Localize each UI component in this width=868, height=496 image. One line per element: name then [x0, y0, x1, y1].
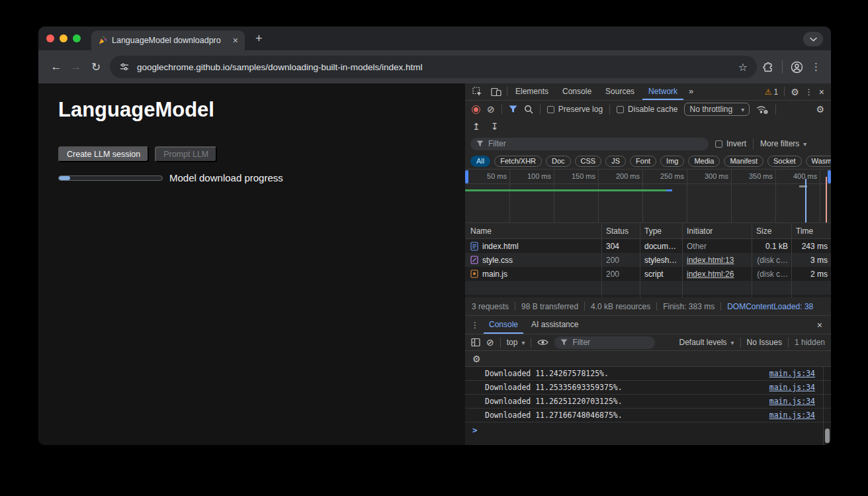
chip-css[interactable]: CSS	[575, 156, 602, 167]
disable-cache-label: Disable cache	[628, 105, 677, 114]
close-window-button[interactable]	[46, 34, 54, 42]
chip-doc[interactable]: Doc	[546, 156, 571, 167]
col-size[interactable]: Size	[752, 226, 791, 236]
console-context-select[interactable]: top ▾	[507, 338, 525, 347]
console-filter-input[interactable]	[572, 338, 649, 347]
devtools-panel: Elements Console Sources Network » ⚠ 1 ⚙…	[465, 83, 831, 445]
throttling-select[interactable]: No throttling ▾	[684, 103, 750, 116]
timeline-left-handle[interactable]	[465, 170, 468, 183]
profile-avatar-icon[interactable]	[791, 61, 803, 74]
chip-fetch-xhr[interactable]: Fetch/XHR	[494, 156, 542, 167]
col-type[interactable]: Type	[640, 226, 682, 236]
url-text[interactable]: googlechrome.github.io/samples/downloadi…	[137, 62, 731, 72]
chevron-down-icon: ▾	[521, 339, 525, 346]
table-row[interactable]: style.css 200 stylesh… index.html:13 (di…	[465, 253, 831, 267]
url-bar[interactable]: googlechrome.github.io/samples/downloadi…	[110, 56, 757, 78]
source-link[interactable]: main.js:34	[769, 411, 815, 420]
chrome-actions: ⋮	[762, 60, 823, 74]
drawer-menu-icon[interactable]: ⋮	[471, 321, 481, 330]
drawer-tab-ai-assistance[interactable]: AI assistance	[526, 316, 584, 334]
source-link[interactable]: main.js:34	[769, 369, 815, 378]
back-button[interactable]: ←	[46, 60, 66, 74]
clear-network-log-icon[interactable]: ⊘	[487, 104, 495, 115]
table-row[interactable]: index.html 304 docum… Other 0.1 kB 243 m…	[465, 239, 831, 253]
table-row[interactable]: main.js 200 script index.html:26 (disk c…	[465, 267, 831, 281]
console-messages: Downloaded 11.24267578125%. main.js:34 D…	[465, 367, 831, 445]
table-header-row: Name Status Type Initiator Size Time	[465, 223, 831, 239]
tab-close-icon[interactable]: ×	[233, 36, 238, 45]
import-har-icon[interactable]: ↥	[472, 121, 480, 132]
disable-cache-checkbox[interactable]: Disable cache	[617, 105, 677, 114]
chip-socket[interactable]: Socket	[767, 156, 802, 167]
chip-js[interactable]: JS	[605, 156, 626, 167]
chip-font[interactable]: Font	[630, 156, 656, 167]
site-settings-icon[interactable]	[119, 62, 130, 72]
initiator-link[interactable]: index.html:13	[687, 256, 734, 265]
timeline-right-handle[interactable]	[828, 170, 831, 183]
col-status[interactable]: Status	[601, 226, 640, 236]
console-prompt-chevron[interactable]: >	[472, 425, 478, 435]
console-message[interactable]: Downloaded 11.24267578125%. main.js:34	[465, 367, 831, 381]
invert-checkbox[interactable]: Invert	[715, 139, 746, 148]
col-time[interactable]: Time	[791, 226, 831, 236]
zoom-window-button[interactable]	[73, 34, 81, 42]
bookmark-star-icon[interactable]: ☆	[738, 61, 748, 74]
search-icon[interactable]	[524, 105, 533, 114]
drawer-close-icon[interactable]: ×	[817, 320, 825, 330]
network-timeline-overview[interactable]: 50 ms 100 ms 150 ms 200 ms 250 ms 300 ms…	[465, 170, 831, 223]
extensions-puzzle-icon[interactable]	[762, 61, 774, 73]
network-settings-icon[interactable]: ⚙	[816, 104, 824, 115]
log-levels-select[interactable]: Default levels ▾	[679, 338, 734, 347]
forward-button[interactable]: →	[66, 60, 86, 74]
tab-network[interactable]: Network	[642, 83, 683, 100]
source-link[interactable]: main.js:34	[769, 383, 815, 392]
network-filter-input-wrap	[470, 138, 709, 150]
warning-badge[interactable]: ⚠ 1	[765, 87, 778, 97]
new-tab-button[interactable]: +	[255, 32, 263, 46]
network-conditions-icon[interactable]	[756, 105, 769, 115]
devtools-settings-icon[interactable]: ⚙	[791, 87, 799, 97]
hidden-messages-count[interactable]: 1 hidden	[795, 338, 825, 347]
chrome-menu-icon[interactable]: ⋮	[811, 61, 822, 73]
devtools-close-icon[interactable]: ×	[819, 87, 824, 97]
filter-funnel-icon[interactable]	[509, 105, 517, 113]
chip-img[interactable]: Img	[660, 156, 684, 167]
browser-tab[interactable]: LanguageModel downloadpro ×	[91, 30, 245, 50]
party-popper-icon	[98, 36, 107, 45]
console-message[interactable]: Downloaded 11.26251220703125%. main.js:3…	[465, 395, 831, 409]
tab-sources[interactable]: Sources	[599, 83, 640, 100]
scrollbar-thumb[interactable]	[825, 428, 830, 443]
device-toolbar-icon[interactable]	[488, 87, 505, 97]
col-name[interactable]: Name	[465, 226, 601, 236]
devtools-menu-icon[interactable]: ⋮	[805, 87, 813, 97]
source-link[interactable]: main.js:34	[769, 397, 815, 406]
more-tabs-icon[interactable]: »	[685, 83, 697, 100]
chip-manifest[interactable]: Manifest	[724, 156, 763, 167]
console-sidebar-toggle-icon[interactable]	[471, 338, 480, 347]
eye-icon[interactable]	[537, 338, 548, 346]
tab-console[interactable]: Console	[556, 83, 597, 100]
console-message[interactable]: Downloaded 11.25335693359375%. main.js:3…	[465, 381, 831, 395]
preserve-log-checkbox[interactable]: Preserve log	[547, 105, 603, 114]
inspect-element-icon[interactable]	[469, 87, 486, 97]
record-network-log-icon[interactable]	[472, 105, 480, 114]
console-scrollbar[interactable]	[823, 367, 831, 445]
minimize-window-button[interactable]	[60, 34, 67, 42]
issues-counter[interactable]: No Issues	[747, 338, 782, 347]
export-har-icon[interactable]: ↧	[491, 121, 499, 132]
chip-wasm[interactable]: Wasm	[806, 156, 831, 167]
reload-button[interactable]: ↻	[86, 60, 106, 74]
initiator-link[interactable]: index.html:26	[687, 270, 734, 279]
clear-console-icon[interactable]: ⊘	[486, 337, 494, 348]
create-llm-session-button[interactable]: Create LLM session	[58, 146, 149, 162]
console-settings-icon[interactable]: ⚙	[472, 354, 481, 364]
network-filter-input[interactable]	[488, 139, 703, 148]
chip-media[interactable]: Media	[688, 156, 720, 167]
more-filters-dropdown[interactable]: More filters ▾	[760, 139, 806, 148]
console-message[interactable]: Downloaded 11.27166748046875%. main.js:3…	[465, 409, 831, 422]
chip-all[interactable]: All	[470, 156, 490, 167]
col-initiator[interactable]: Initiator	[682, 226, 752, 236]
tab-elements[interactable]: Elements	[509, 83, 554, 100]
window-chevron-button[interactable]	[803, 32, 823, 46]
drawer-tab-console[interactable]: Console	[484, 316, 523, 334]
